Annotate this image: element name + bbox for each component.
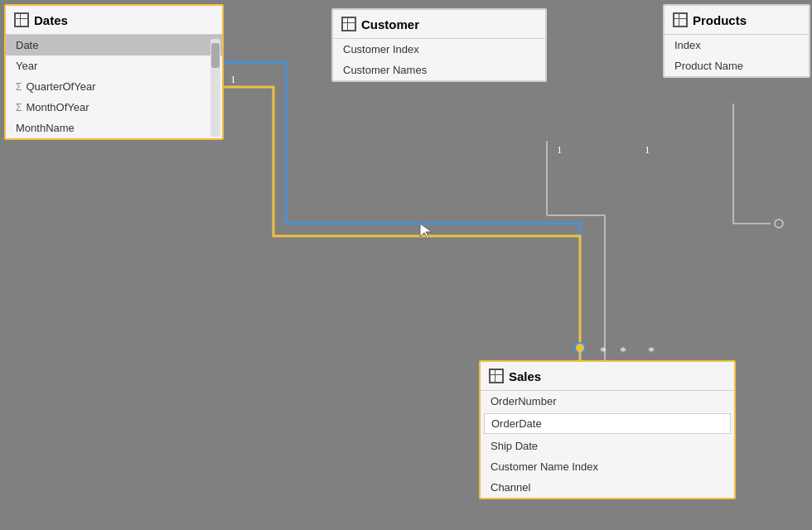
dates-field-year[interactable]: Year [6, 55, 222, 76]
sales-field-orderdate-label: OrderDate [491, 417, 542, 430]
products-table: Products Index Product Name [663, 4, 810, 78]
customer-field-names[interactable]: Customer Names [333, 60, 545, 80]
dates-field-monthofyear-label: MonthOfYear [26, 101, 89, 113]
dates-field-date[interactable]: Date [6, 35, 222, 55]
dates-table-icon [14, 12, 29, 27]
sigma-icon-1: Σ [16, 81, 22, 93]
dates-field-year-label: Year [16, 60, 37, 72]
sales-field-ordernumber-label: OrderNumber [491, 395, 556, 407]
sigma-icon-2: Σ [16, 102, 22, 113]
svg-marker-13 [576, 348, 584, 354]
products-field-index-label: Index [674, 39, 701, 51]
dates-field-monthofyear[interactable]: Σ MonthOfYear [6, 97, 222, 118]
customer-table: Customer Customer Index Customer Names [331, 8, 547, 82]
customer-table-header: Customer [333, 10, 545, 39]
sales-table-title: Sales [509, 369, 541, 383]
sales-field-shipdate-label: Ship Date [491, 440, 538, 452]
customer-table-title: Customer [361, 17, 419, 31]
sales-field-ordernumber[interactable]: OrderNumber [481, 391, 734, 412]
dates-table: Dates Date Year Σ QuarterOfYear Σ MonthO… [4, 4, 224, 140]
dates-scrollbar[interactable] [210, 39, 220, 137]
svg-text:1: 1 [230, 73, 236, 85]
svg-text:1: 1 [557, 143, 563, 156]
sales-field-orderdate[interactable]: OrderDate [484, 413, 731, 434]
dates-field-monthname-label: MonthName [16, 122, 75, 134]
svg-text:*: * [648, 344, 655, 359]
sales-field-customernameindex[interactable]: Customer Name Index [481, 456, 734, 477]
sales-table: Sales OrderNumber OrderDate Ship Date Cu… [479, 360, 736, 499]
mouse-cursor [418, 222, 435, 242]
dates-table-title: Dates [34, 13, 68, 27]
products-table-header: Products [665, 6, 809, 35]
dates-field-quarterofyear[interactable]: Σ QuarterOfYear [6, 76, 222, 97]
sales-field-channel[interactable]: Channel [481, 477, 734, 498]
customer-table-icon [341, 17, 356, 31]
products-field-name[interactable]: Product Name [665, 55, 809, 76]
dates-field-monthname[interactable]: MonthName [6, 118, 222, 138]
sales-table-header: Sales [481, 362, 734, 391]
dates-table-header: Dates [6, 6, 222, 35]
dates-field-quarterofyear-label: QuarterOfYear [26, 80, 95, 93]
products-table-title: Products [693, 13, 747, 27]
sales-field-channel-label: Channel [491, 481, 530, 494]
svg-point-0 [575, 343, 585, 353]
svg-text:1: 1 [645, 143, 650, 156]
products-table-icon [673, 12, 688, 27]
customer-field-index-label: Customer Index [343, 43, 419, 55]
customer-field-names-label: Customer Names [343, 64, 427, 76]
products-field-name-label: Product Name [674, 60, 743, 72]
svg-point-9 [775, 219, 783, 228]
dates-field-date-label: Date [16, 39, 38, 51]
customer-field-index[interactable]: Customer Index [333, 39, 545, 60]
svg-text:*: * [600, 344, 607, 359]
sales-field-shipdate[interactable]: Ship Date [481, 436, 734, 456]
svg-text:*: * [620, 344, 626, 359]
sales-field-customernameindex-label: Customer Name Index [491, 460, 598, 473]
sales-table-icon [489, 369, 504, 383]
dates-scrollbar-thumb [211, 43, 220, 68]
products-field-index[interactable]: Index [665, 35, 809, 55]
